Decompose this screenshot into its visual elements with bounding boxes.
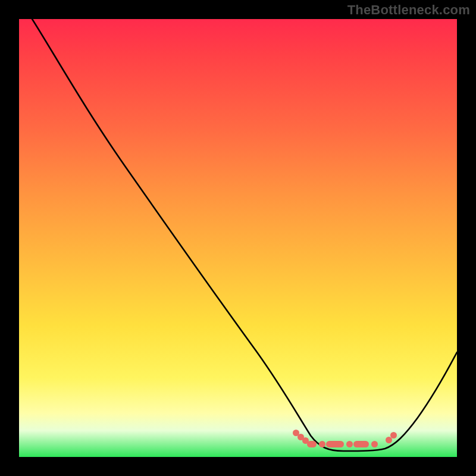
plot-area: [19, 19, 457, 457]
watermark-text: TheBottleneck.com: [347, 2, 470, 18]
marker-dot: [346, 441, 353, 447]
marker-blob: [307, 441, 317, 447]
marker-blob: [326, 441, 344, 447]
chart-frame: TheBottleneck.com: [0, 0, 476, 476]
optimal-range-marker: [293, 440, 400, 449]
bottleneck-curve: [19, 19, 457, 457]
curve-path: [32, 19, 457, 451]
marker-dot: [319, 441, 325, 447]
marker-dot: [390, 432, 397, 439]
marker-blob: [353, 441, 369, 447]
marker-dot: [371, 441, 378, 447]
